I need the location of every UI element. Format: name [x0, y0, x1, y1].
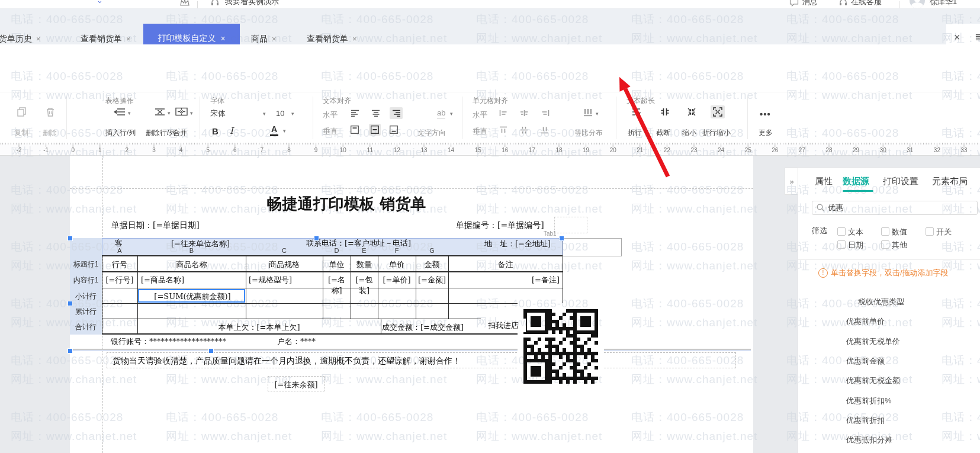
cell-align-center-h-icon[interactable]: [520, 110, 529, 117]
cell-align-left-icon[interactable]: [499, 110, 508, 117]
tab-view-sales-1[interactable]: 查看销货单×: [81, 34, 131, 44]
shrink-icon[interactable]: [687, 107, 696, 117]
distribute-icon[interactable]: [583, 108, 593, 117]
font-color-button[interactable]: A: [270, 124, 278, 136]
demo-link[interactable]: 我要看实例演示: [225, 0, 279, 7]
wrap-text-icon[interactable]: [631, 107, 641, 117]
distribute-evenly-button[interactable]: 等比分布: [574, 128, 603, 138]
messages-link[interactable]: 消息: [802, 0, 818, 7]
wrap-shrink-button[interactable]: 折行缩小: [702, 128, 731, 138]
username[interactable]: 徐泽华1: [930, 0, 957, 7]
field-cell[interactable]: [=金额]: [416, 275, 448, 285]
field-cell[interactable]: [=名称]: [323, 275, 351, 296]
bold-button[interactable]: B: [212, 126, 219, 136]
align-center-icon[interactable]: [371, 110, 381, 117]
close-icon[interactable]: ×: [352, 34, 357, 43]
header-cell[interactable]: 商品名称: [137, 259, 246, 270]
font-family-select[interactable]: 宋体: [210, 110, 226, 118]
valign-bottom-icon[interactable]: [390, 126, 398, 134]
online-service-link[interactable]: 在线客服: [851, 0, 882, 7]
close-icon[interactable]: ×: [220, 34, 225, 43]
chevron-down-icon[interactable]: ▾: [450, 111, 453, 117]
selection-handle[interactable]: [208, 348, 214, 354]
field-cell[interactable]: [=备注]: [448, 275, 560, 285]
chevron-down-icon[interactable]: ▾: [283, 128, 286, 134]
checkbox-other[interactable]: [881, 240, 889, 249]
row-gutter-title[interactable]: 标题行1: [70, 256, 102, 273]
field-cell[interactable]: [=规格型号]: [249, 275, 320, 285]
field-cell[interactable]: [=行号]: [102, 275, 137, 285]
insert-row-col-icon[interactable]: [114, 108, 126, 116]
chevron-down-icon[interactable]: ⌄: [97, 0, 103, 5]
wrap-button[interactable]: 折行: [628, 128, 642, 138]
search-input[interactable]: [812, 201, 978, 215]
row-gutter-total[interactable]: 合计行: [70, 319, 102, 335]
account-holder-text[interactable]: 户名：****: [277, 338, 316, 346]
bank-account-text[interactable]: 银行账号：********************: [111, 338, 226, 346]
ab-wrap-button[interactable]: ab: [437, 109, 445, 118]
header-cell[interactable]: 备注: [448, 259, 563, 270]
qr-code-container[interactable]: [518, 303, 604, 393]
close-all-icon[interactable]: ×: [954, 31, 960, 44]
field-item[interactable]: 优惠前无税单价: [846, 336, 900, 347]
header-cell[interactable]: 金额: [416, 259, 448, 270]
cell-align-top-icon[interactable]: [499, 126, 507, 134]
tab-product[interactable]: 商品×: [251, 34, 277, 44]
trash-icon[interactable]: [45, 107, 56, 117]
tab-print-settings[interactable]: 打印设置: [883, 176, 918, 187]
checkbox-number[interactable]: [881, 227, 889, 236]
checkbox-date-label[interactable]: 日期: [848, 240, 863, 250]
field-item[interactable]: 优惠前折扣%: [846, 396, 892, 406]
close-icon[interactable]: ×: [126, 34, 131, 43]
chevron-down-icon[interactable]: ▾: [291, 111, 294, 117]
checkbox-text-label[interactable]: 文本: [848, 227, 863, 237]
header-cell[interactable]: 数量: [351, 259, 378, 270]
truncate-icon[interactable]: [660, 107, 670, 117]
checkbox-switch-label[interactable]: 开关: [936, 227, 952, 237]
insert-row-col-button[interactable]: 插入行/列: [105, 128, 136, 138]
selection-handle[interactable]: [68, 348, 73, 354]
sidebar-collapse-button[interactable]: »: [785, 168, 798, 195]
doc-number-field[interactable]: 单据编号：[=单据编号]: [456, 220, 544, 230]
page-divider-line[interactable]: [70, 349, 751, 349]
valign-top-icon[interactable]: [351, 126, 359, 134]
text-direction-button[interactable]: 文字方向: [417, 128, 446, 138]
checkbox-number-label[interactable]: 数值: [892, 227, 907, 237]
italic-button[interactable]: I: [230, 126, 233, 136]
checkbox-text[interactable]: [837, 227, 846, 236]
field-cell[interactable]: [=单价]: [378, 275, 416, 285]
row-gutter[interactable]: [70, 238, 102, 257]
cell-align-middle-v-icon[interactable]: [520, 126, 528, 134]
balance-field[interactable]: [=往来余额]: [268, 380, 324, 390]
page-divider-line-selected[interactable]: [70, 351, 751, 351]
align-right-icon[interactable]: [391, 110, 401, 117]
merge-button[interactable]: 合并: [173, 128, 187, 138]
header-cell[interactable]: 行号: [102, 259, 137, 270]
selection-handle[interactable]: [68, 236, 73, 241]
selection-handle[interactable]: [314, 236, 319, 241]
note-text[interactable]: 货物当天请验收清楚，产品质量问题请在一个月内退换，逾期概不负责，还望谅解，谢谢合…: [113, 356, 461, 365]
header-cell[interactable]: 商品规格: [246, 259, 323, 270]
wrap-shrink-icon[interactable]: [713, 107, 722, 117]
copy-button[interactable]: 复制: [14, 128, 28, 138]
field-item[interactable]: 优惠前金额: [846, 356, 885, 367]
crown-icon[interactable]: [179, 0, 190, 7]
checkbox-other-label[interactable]: 其他: [892, 240, 907, 250]
field-cell[interactable]: [=包装]: [351, 275, 378, 296]
tab-attributes[interactable]: 属性: [815, 176, 833, 187]
tab-print-template-active[interactable]: 打印模板自定义×: [143, 24, 240, 44]
field-item[interactable]: 优惠前单价: [846, 316, 885, 327]
message-icon[interactable]: [789, 0, 799, 7]
row-gutter-content[interactable]: 内容行1: [70, 272, 102, 289]
merge-cells-icon[interactable]: [175, 107, 188, 116]
more-button[interactable]: 更多: [759, 128, 773, 138]
font-size-select[interactable]: 10: [276, 110, 284, 118]
tab-view-sales-2[interactable]: 查看销货单×: [307, 34, 357, 44]
valign-middle-icon[interactable]: [371, 126, 379, 134]
shrink-button[interactable]: 缩小: [682, 128, 696, 138]
empty-cell-outline[interactable]: [554, 217, 587, 233]
tab-list-icon[interactable]: ≣: [975, 32, 980, 43]
selection-handle[interactable]: [68, 301, 73, 306]
cell-address[interactable]: 地 址：[=全地址]: [484, 240, 551, 249]
tab-element-layout[interactable]: 元素布局: [932, 176, 968, 187]
